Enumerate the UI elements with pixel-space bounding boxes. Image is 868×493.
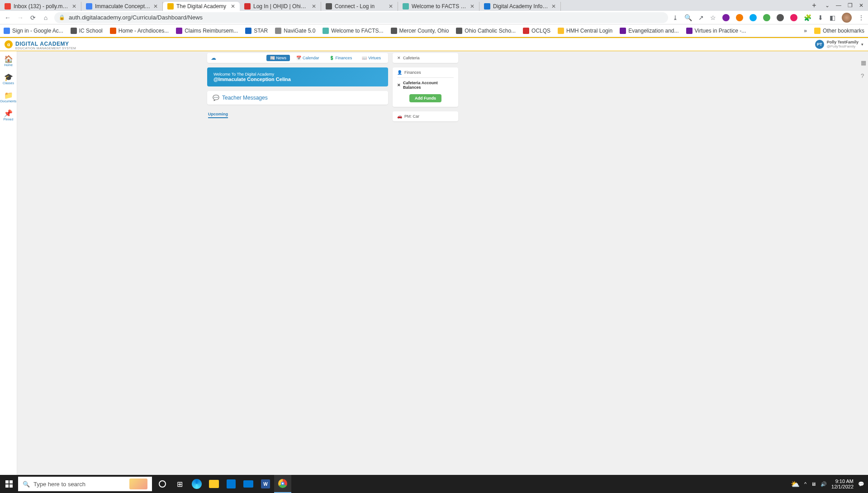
extension-icon[interactable]	[722, 14, 730, 21]
window-controls: ⌄ — ❐ ✕	[821, 0, 868, 11]
svg-rect-2	[5, 484, 9, 488]
browser-tab[interactable]: Inbox (132) - polly.muhlenkamp✕	[0, 2, 81, 11]
right-utility-icons: ▦ ?	[861, 59, 866, 79]
dashboard-tab-news[interactable]: 📰News	[266, 55, 290, 61]
other-bookmarks[interactable]: Other bookmarks	[814, 28, 864, 34]
minimize-button[interactable]: —	[836, 2, 841, 9]
extension-icon[interactable]	[749, 14, 757, 21]
user-avatar: PT	[815, 40, 824, 49]
bookmarks-overflow-icon[interactable]: »	[804, 28, 807, 34]
pm-car-widget[interactable]: 🚗PM: Car	[393, 111, 458, 121]
weather-icon[interactable]: ⛅	[791, 480, 800, 488]
chevron-down-icon[interactable]: ⌄	[825, 2, 830, 9]
edge-icon[interactable]	[188, 475, 205, 493]
close-tab-icon[interactable]: ✕	[72, 3, 76, 10]
cloud-icon[interactable]: ☁	[211, 55, 216, 61]
forward-button[interactable]: →	[16, 14, 24, 22]
close-tab-icon[interactable]: ✕	[470, 3, 474, 10]
browser-tab[interactable]: Welcome to FACTS Managemen✕	[398, 2, 479, 11]
finances-head[interactable]: 👤Finances	[393, 67, 458, 77]
extension-icon[interactable]	[736, 14, 743, 21]
browser-tab[interactable]: Immaculate Conception School✕	[81, 2, 163, 11]
sidebar-item-classes[interactable]: 🎓Classes	[3, 73, 14, 85]
app-logo[interactable]: α DIGITAL ACADEMY EDUCATION MANAGEMENT S…	[5, 39, 76, 50]
bookmark-item[interactable]: NaviGate 5.0	[275, 28, 315, 34]
close-tab-icon[interactable]: ✕	[153, 3, 158, 10]
chrome-icon[interactable]	[274, 475, 291, 493]
bookmark-item[interactable]: Mercer County, Ohio	[391, 28, 449, 34]
store-icon[interactable]	[223, 475, 240, 493]
extension-icon[interactable]	[763, 14, 770, 21]
upcoming-tab[interactable]: Upcoming	[207, 109, 388, 118]
reload-button[interactable]: ⟳	[29, 14, 37, 22]
bookmark-item[interactable]: HMH Central Login	[558, 28, 612, 34]
volume-icon[interactable]: 🔊	[821, 481, 827, 487]
back-button[interactable]: ←	[4, 14, 12, 22]
close-tab-icon[interactable]: ✕	[312, 3, 316, 10]
home-button[interactable]: ⌂	[42, 14, 50, 22]
downloads-icon[interactable]: ⬇	[818, 14, 823, 21]
dashboard-tab-calendar[interactable]: 📅Calendar	[293, 55, 323, 61]
cafeteria-widget[interactable]: ✕Cafeteria	[393, 53, 458, 63]
cortana-icon[interactable]	[154, 475, 171, 493]
teacher-messages-card[interactable]: 💬 Teacher Messages	[207, 91, 388, 105]
toolbar-icons: ⤓ 🔍 ↗ ☆ 🧩 ⬇ ◧ ⋮	[673, 13, 864, 23]
taskbar-search[interactable]: 🔍 Type here to search	[18, 477, 152, 491]
install-icon[interactable]: ⤓	[673, 14, 678, 21]
classes-icon: 🎓	[4, 73, 13, 81]
notifications-icon[interactable]: 💬	[858, 481, 864, 487]
content-area: ▦ ? ☁ 📰News📅Calendar💲Finances📖Virtues We…	[17, 51, 868, 475]
grid-icon[interactable]: ▦	[861, 59, 866, 66]
bookmark-item[interactable]: Welcome to FACTS...	[323, 28, 383, 34]
new-tab-button[interactable]: +	[808, 0, 821, 11]
share-icon[interactable]: ↗	[698, 14, 704, 21]
sidepanel-icon[interactable]: ◧	[830, 14, 835, 21]
display-icon[interactable]: 🖥	[811, 481, 816, 487]
close-tab-icon[interactable]: ✕	[551, 3, 556, 10]
bookmark-item[interactable]: Home - Archdioces...	[110, 28, 169, 34]
explorer-icon[interactable]	[205, 475, 223, 493]
bookmark-item[interactable]: Sign in - Google Ac...	[4, 28, 63, 34]
zoom-icon[interactable]: 🔍	[684, 14, 692, 21]
bookmark-item[interactable]: Virtues in Practice -...	[686, 28, 746, 34]
taskview-icon[interactable]: ⊞	[171, 475, 188, 493]
star-icon[interactable]: ☆	[710, 14, 716, 21]
extensions-icon[interactable]: 🧩	[804, 14, 811, 21]
close-window-button[interactable]: ✕	[859, 2, 863, 9]
bookmark-item[interactable]: Ohio Catholic Scho...	[456, 28, 516, 34]
bookmark-item[interactable]: Evangelization and...	[620, 28, 678, 34]
browser-tab[interactable]: The Digital Academy✕	[163, 2, 240, 11]
extension-icon[interactable]	[777, 14, 784, 21]
dashboard-tab-virtues[interactable]: 📖Virtues	[358, 55, 384, 61]
browser-tab[interactable]: Digital Academy Information - I✕	[479, 2, 561, 11]
close-tab-icon[interactable]: ✕	[231, 3, 235, 10]
mail-icon[interactable]	[240, 475, 257, 493]
sidebar-item-pinned[interactable]: 📌Pinned	[4, 109, 14, 121]
browser-tab[interactable]: Log In | OH|ID | Ohio's State Dig✕	[240, 2, 321, 11]
bookmark-item[interactable]: STAR	[245, 28, 268, 34]
browser-tab[interactable]: Connect - Log in✕	[321, 2, 398, 11]
sidebar-item-documents[interactable]: 📁Documents	[0, 91, 16, 103]
bookmark-item[interactable]: Claims Reimbursem...	[176, 28, 238, 34]
close-tab-icon[interactable]: ✕	[389, 3, 393, 10]
dashboard-tab-finances[interactable]: 💲Finances	[326, 55, 356, 61]
url-text: auth.digitalacademy.org/Curricula/Dashbo…	[69, 14, 203, 21]
pinterest-icon[interactable]	[790, 14, 797, 21]
tray-chevron-icon[interactable]: ^	[804, 481, 806, 487]
add-funds-button[interactable]: Add Funds	[409, 94, 441, 102]
documents-icon: 📁	[4, 91, 13, 100]
menu-icon[interactable]: ⋮	[858, 14, 864, 21]
address-bar[interactable]: 🔒 auth.digitalacademy.org/Curricula/Dash…	[54, 12, 668, 23]
user-menu[interactable]: PT Polly TestFamily @PollyTestFamily ▾	[815, 40, 863, 49]
clock[interactable]: 9:10 AM 12/1/2022	[831, 479, 854, 489]
bookmark-item[interactable]: OCLQS	[523, 28, 550, 34]
svg-rect-0	[5, 480, 9, 483]
bookmark-item[interactable]: IC School	[71, 28, 103, 34]
profile-avatar[interactable]	[842, 13, 852, 23]
bookmark-favicon	[456, 28, 462, 34]
word-icon[interactable]: W	[257, 475, 274, 493]
start-button[interactable]	[0, 475, 18, 493]
maximize-button[interactable]: ❐	[848, 2, 853, 9]
help-icon[interactable]: ?	[861, 72, 866, 79]
sidebar-item-home[interactable]: 🏠Home	[4, 55, 13, 67]
